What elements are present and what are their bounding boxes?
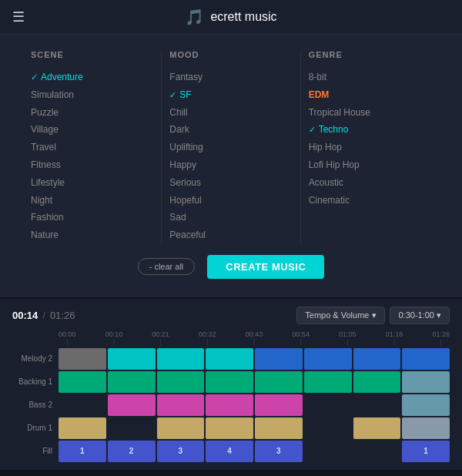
block[interactable] xyxy=(402,348,450,370)
mood-item-dark[interactable]: Dark xyxy=(169,121,292,139)
scene-item-lifestyle[interactable]: Lifestyle xyxy=(31,174,153,192)
block[interactable] xyxy=(108,348,156,370)
block[interactable] xyxy=(59,348,106,370)
track-blocks-backing1 xyxy=(59,371,450,393)
genre-item-tropical[interactable]: Tropical House xyxy=(309,104,431,122)
mood-title: MOOD xyxy=(169,50,292,59)
ruler-tick-0: 00:00 xyxy=(59,330,76,345)
mood-item-serious[interactable]: Serious xyxy=(169,174,292,192)
range-button[interactable]: 0:30-1:00 ▾ xyxy=(390,307,450,324)
mood-item-label: Happy xyxy=(169,156,196,174)
block[interactable]: 3 xyxy=(255,441,303,462)
ruler-tick-4: 00:43 xyxy=(246,330,263,345)
block[interactable] xyxy=(353,348,401,370)
track-bass2: Bass 2 xyxy=(12,394,450,416)
mood-item-sf[interactable]: ✓ SF xyxy=(169,86,292,104)
ruler-tick-1: 00:10 xyxy=(105,330,123,345)
scene-item-puzzle[interactable]: Puzzle xyxy=(31,104,153,122)
block[interactable] xyxy=(108,417,156,439)
block[interactable] xyxy=(157,371,205,393)
scene-item-fashion[interactable]: Fashion xyxy=(31,209,153,226)
chevron-down-icon: ▾ xyxy=(437,310,441,320)
block[interactable] xyxy=(157,348,205,370)
genre-item-edm[interactable]: EDM xyxy=(309,86,431,104)
scene-item-adventure[interactable]: ✓ Adventure xyxy=(31,69,153,86)
time-display: 00:14 / 01:26 xyxy=(12,310,75,321)
genre-item-cinematic[interactable]: Cinematic xyxy=(309,192,431,210)
block[interactable] xyxy=(108,371,156,393)
block[interactable] xyxy=(255,348,303,370)
mood-item-label: Serious xyxy=(169,174,201,192)
block[interactable] xyxy=(402,371,450,393)
mood-item-uplifting[interactable]: Uplifting xyxy=(169,139,292,156)
block[interactable]: 1 xyxy=(59,441,106,462)
block[interactable]: 2 xyxy=(108,441,156,462)
ruler-tick-6: 01:05 xyxy=(339,330,357,345)
block[interactable] xyxy=(206,348,253,370)
genre-item-hiphop[interactable]: Hip Hop xyxy=(309,139,431,156)
mood-item-label: Sad xyxy=(169,209,186,226)
selector-area: SCENE ✓ Adventure Simulation Puzzle Vill… xyxy=(0,35,462,297)
genre-item-label: Lofi Hip Hop xyxy=(309,156,360,174)
genre-title: GENRE xyxy=(309,50,431,59)
mood-item-label: Fantasy xyxy=(169,69,203,86)
scene-item-label: Village xyxy=(31,121,59,139)
block[interactable] xyxy=(353,441,401,462)
block[interactable]: 4 xyxy=(206,441,253,462)
scene-item-travel[interactable]: Travel xyxy=(31,139,153,156)
track-blocks-fill: 1 2 3 4 3 1 xyxy=(59,441,450,462)
scene-item-night[interactable]: Night xyxy=(31,192,153,210)
chevron-down-icon: ▾ xyxy=(372,310,377,320)
block[interactable]: 3 xyxy=(157,441,205,462)
genre-item-label: Tropical House xyxy=(309,104,370,122)
block[interactable] xyxy=(59,417,106,439)
create-music-button[interactable]: CREATE MUSIC xyxy=(207,255,324,279)
block[interactable] xyxy=(157,394,205,416)
track-backing1: Backing 1 xyxy=(12,371,450,393)
mood-item-hopeful[interactable]: Hopeful xyxy=(169,192,292,210)
block[interactable] xyxy=(206,394,253,416)
ruler-ticks: 00:00 00:10 00:21 00:32 00:43 00:54 01:0… xyxy=(59,330,450,345)
mood-item-happy[interactable]: Happy xyxy=(169,156,292,174)
genre-item-techno[interactable]: ✓ Techno xyxy=(309,121,431,139)
genre-item-label: Cinematic xyxy=(309,192,350,210)
block[interactable] xyxy=(59,371,106,393)
block[interactable] xyxy=(59,394,106,416)
block[interactable] xyxy=(304,371,352,393)
ruler-tick-5: 00:54 xyxy=(292,330,310,345)
block[interactable] xyxy=(255,371,303,393)
scene-item-simulation[interactable]: Simulation xyxy=(31,86,153,104)
genre-item-acoustic[interactable]: Acoustic xyxy=(309,174,431,192)
menu-icon[interactable]: ☰ xyxy=(12,8,25,25)
genre-item-lofi[interactable]: Lofi Hip Hop xyxy=(309,156,431,174)
block[interactable] xyxy=(304,441,352,462)
logo-icon: 🎵 xyxy=(185,8,204,26)
tempo-volume-button[interactable]: Tempo & Volume ▾ xyxy=(296,307,385,324)
clear-all-button[interactable]: - clear all xyxy=(138,258,196,275)
block[interactable] xyxy=(206,371,253,393)
mood-item-chill[interactable]: Chill xyxy=(169,104,292,122)
block[interactable] xyxy=(157,417,205,439)
block[interactable] xyxy=(353,371,401,393)
scene-item-nature[interactable]: Nature xyxy=(31,226,153,244)
block[interactable] xyxy=(304,417,352,439)
genre-item-8bit[interactable]: 8-bit xyxy=(309,69,431,86)
scene-item-fitness[interactable]: Fitness xyxy=(31,156,153,174)
block[interactable] xyxy=(255,417,303,439)
block[interactable] xyxy=(304,348,352,370)
block[interactable] xyxy=(108,394,156,416)
block[interactable] xyxy=(206,417,253,439)
block[interactable] xyxy=(402,417,450,439)
scene-item-village[interactable]: Village xyxy=(31,121,153,139)
block[interactable] xyxy=(402,394,450,416)
block[interactable] xyxy=(353,417,401,439)
timeline-ruler: 00:00 00:10 00:21 00:32 00:43 00:54 01:0… xyxy=(59,330,450,345)
block[interactable] xyxy=(353,394,401,416)
block[interactable]: 1 xyxy=(402,441,450,462)
mood-item-peaceful[interactable]: Peaceful xyxy=(169,226,292,244)
mood-item-sad[interactable]: Sad xyxy=(169,209,292,226)
block[interactable] xyxy=(304,394,352,416)
mood-item-fantasy[interactable]: Fantasy xyxy=(169,69,292,86)
scene-item-label: Fashion xyxy=(31,209,64,226)
block[interactable] xyxy=(255,394,303,416)
